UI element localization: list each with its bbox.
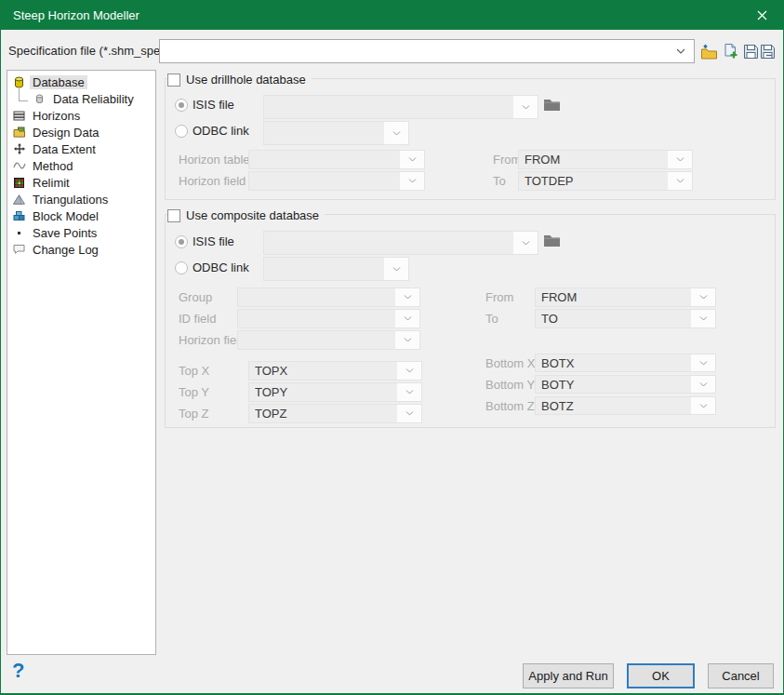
drillhole-odbc-label: ODBC link	[193, 124, 249, 139]
tree-item-design-data[interactable]: Design Data	[7, 124, 155, 140]
folder-icon	[543, 234, 561, 247]
composite-odbc-label: ODBC link	[193, 261, 249, 275]
composite-browse-button[interactable]	[543, 234, 561, 247]
chevron-down-icon	[690, 397, 715, 414]
use-composite-label: Use composite database	[186, 208, 319, 222]
close-button[interactable]	[741, 1, 783, 30]
chevron-down-icon	[690, 376, 715, 393]
spec-file-label: Specification file (*.shm_spec)	[8, 39, 170, 63]
change-log-icon	[12, 244, 26, 255]
top-z-combo[interactable]: TOPZ	[248, 404, 422, 423]
drillhole-group: Use drillhole database ISIS file ODBC li…	[165, 78, 776, 200]
new-file-icon	[723, 43, 738, 60]
triangulations-icon	[12, 194, 26, 205]
chevron-down-icon	[690, 310, 715, 327]
chevron-down-icon	[512, 232, 538, 254]
chevron-down-icon	[690, 354, 715, 371]
drillhole-to-label: To	[493, 171, 506, 191]
open-spec-button[interactable]	[699, 42, 719, 60]
database-icon	[12, 76, 26, 88]
composite-to-label: To	[485, 309, 498, 328]
tree-item-horizons[interactable]: Horizons	[7, 107, 155, 124]
folder-open-icon	[700, 44, 718, 60]
bottom-x-label: Bottom X	[485, 354, 535, 373]
steep-horizon-modeller-dialog: Steep Horizon Modeller Specification fil…	[0, 0, 784, 695]
ok-button[interactable]: OK	[627, 663, 695, 688]
drillhole-from-combo[interactable]: FROM	[518, 150, 693, 169]
composite-odbc-combo[interactable]	[263, 257, 409, 281]
relimit-icon	[12, 178, 26, 188]
save-as-icon	[760, 44, 776, 60]
horizons-icon	[12, 111, 26, 121]
composite-odbc-radio[interactable]	[175, 261, 188, 274]
chevron-down-icon	[396, 362, 421, 380]
use-drillhole-checkbox[interactable]	[167, 74, 180, 87]
tree-item-save-points[interactable]: Save Points	[7, 224, 155, 241]
horizon-table-label: Horizon table	[179, 150, 250, 169]
drillhole-caption: Use drillhole database	[167, 71, 312, 88]
top-x-combo[interactable]: TOPX	[248, 361, 422, 381]
use-composite-checkbox[interactable]	[167, 209, 180, 222]
bottom-x-combo[interactable]: BOTX	[535, 354, 716, 372]
chevron-down-icon	[676, 48, 685, 54]
chevron-down-icon	[512, 96, 538, 118]
drillhole-from-label: From	[493, 150, 521, 169]
chevron-down-icon	[399, 172, 424, 190]
group-combo[interactable]	[237, 287, 420, 307]
spec-file-combo[interactable]	[159, 39, 695, 63]
data-extent-icon	[12, 143, 26, 154]
composite-to-combo[interactable]: TO	[535, 309, 716, 328]
tree-item-data-extent[interactable]: Data Extent	[7, 140, 155, 157]
save-spec-as-button[interactable]	[758, 42, 777, 60]
drillhole-odbc-combo[interactable]	[263, 121, 409, 145]
id-field-label: ID field	[179, 309, 216, 328]
tree-item-data-reliability[interactable]: Data Reliability	[7, 90, 155, 107]
horizon-field-combo[interactable]	[248, 171, 425, 191]
use-drillhole-label: Use drillhole database	[186, 73, 306, 87]
composite-isis-label: ISIS file	[193, 234, 234, 249]
drillhole-browse-button[interactable]	[543, 98, 561, 112]
composite-isis-radio[interactable]	[175, 235, 188, 248]
window-title: Steep Horizon Modeller	[13, 8, 140, 22]
nav-tree: Database Data Reliability	[7, 70, 156, 655]
composite-group: Use composite database ISIS file ODBC li…	[165, 214, 776, 428]
bottom-z-combo[interactable]: BOTZ	[535, 396, 716, 415]
composite-horizon-field-combo[interactable]	[237, 330, 420, 350]
tree-item-change-log[interactable]: Change Log	[7, 241, 155, 258]
tree-item-block-model[interactable]: Block Model	[7, 207, 155, 224]
top-y-combo[interactable]: TOPY	[248, 382, 422, 402]
new-spec-button[interactable]	[721, 42, 740, 60]
chevron-down-icon	[396, 383, 421, 401]
tree-item-database[interactable]: Database	[7, 74, 155, 90]
help-button[interactable]: ?	[12, 659, 24, 683]
chevron-down-icon	[394, 310, 419, 327]
bottom-y-combo[interactable]: BOTY	[535, 375, 716, 394]
chevron-down-icon	[399, 151, 424, 168]
id-field-combo[interactable]	[237, 309, 420, 328]
apply-and-run-button[interactable]: Apply and Run	[523, 663, 614, 688]
tree-item-method[interactable]: Method	[7, 157, 155, 174]
drillhole-to-combo[interactable]: TOTDEP	[518, 171, 693, 191]
method-icon	[12, 161, 26, 170]
block-model-icon	[12, 210, 26, 221]
tree-connector	[19, 88, 28, 101]
cancel-button[interactable]: Cancel	[708, 663, 774, 688]
chevron-down-icon	[667, 151, 692, 168]
drillhole-isis-combo[interactable]	[263, 95, 538, 119]
chevron-down-icon	[394, 331, 419, 349]
horizon-table-combo[interactable]	[248, 150, 425, 169]
close-icon	[757, 10, 767, 20]
folder-icon	[543, 98, 561, 112]
tree-item-triangulations[interactable]: Triangulations	[7, 191, 155, 207]
drillhole-odbc-radio[interactable]	[175, 125, 188, 138]
data-reliability-icon	[33, 94, 47, 104]
composite-horizon-field-label: Horizon field	[179, 330, 246, 350]
composite-from-combo[interactable]: FROM	[535, 287, 716, 307]
chevron-down-icon	[394, 288, 419, 306]
bottom-z-label: Bottom Z	[485, 396, 535, 416]
chevron-down-icon	[396, 405, 421, 422]
tree-item-relimit[interactable]: Relimit	[7, 174, 155, 191]
drillhole-isis-radio[interactable]	[175, 99, 188, 112]
composite-isis-combo[interactable]	[263, 231, 538, 255]
chevron-down-icon	[383, 258, 408, 280]
